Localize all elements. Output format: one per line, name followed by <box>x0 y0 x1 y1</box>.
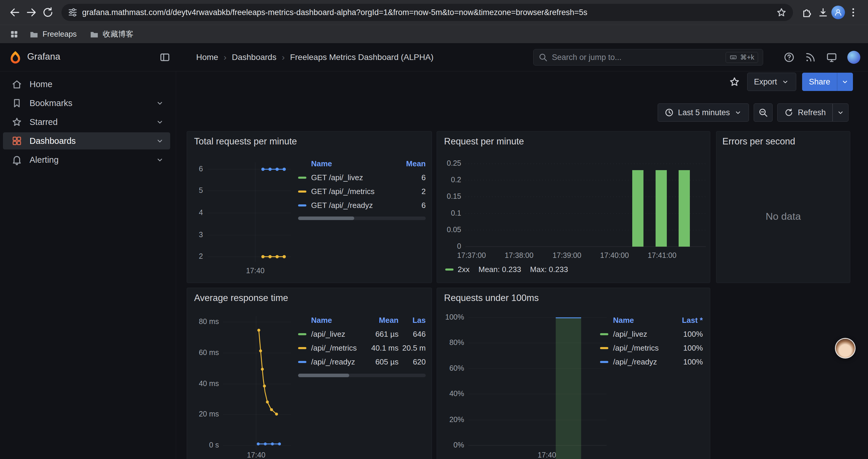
sidebar-item-bookmarks[interactable]: Bookmarks <box>3 95 170 112</box>
y-axis-tick: 0.1 <box>451 209 461 217</box>
legend-header-name[interactable]: Name <box>311 316 357 325</box>
sidebar-item-home[interactable]: Home <box>3 76 170 93</box>
y-axis-tick: 60 ms <box>199 348 219 357</box>
bar-100-percent[interactable] <box>556 318 581 459</box>
export-button[interactable]: Export <box>747 73 796 91</box>
keyboard-shortcut-badge: ⌘+k <box>725 52 758 63</box>
omnibox[interactable]: grafana.mathmast.com/d/deytv4rwavabkb/fr… <box>61 4 793 21</box>
y-axis-tick: 0% <box>454 441 464 449</box>
breadcrumb-current[interactable]: Freeleaps Metrics Dashboard (ALPHA) <box>290 53 434 62</box>
series-name[interactable]: /api/_livez <box>311 330 357 339</box>
panel-title[interactable]: Total requests per minute <box>194 136 297 147</box>
search-icon <box>538 53 548 62</box>
legend-series-2xx[interactable]: 2xx <box>445 265 469 274</box>
help-icon[interactable] <box>783 52 795 63</box>
bookmark-star-icon[interactable] <box>776 7 787 18</box>
share-dropdown-button[interactable] <box>837 73 853 91</box>
panel-title[interactable]: Errors per second <box>722 136 795 147</box>
legend-row[interactable]: /api/_livez 100% <box>600 327 703 341</box>
series-name[interactable]: /api/_/readyz <box>613 357 670 366</box>
bar-2xx[interactable] <box>656 170 667 247</box>
legend-row[interactable]: GET /api/_/readyz 6 <box>298 198 426 212</box>
zoom-out-button[interactable] <box>754 103 773 122</box>
browser-profile-button[interactable] <box>831 6 845 19</box>
panel-title[interactable]: Average response time <box>194 293 288 303</box>
legend-header-last[interactable]: Last * <box>670 316 703 325</box>
favorite-dashboard-button[interactable] <box>728 75 741 89</box>
scrollbar-thumb[interactable] <box>298 217 354 220</box>
downloads-button[interactable] <box>815 4 831 21</box>
share-split-button: Share <box>802 73 853 91</box>
time-range-picker[interactable]: Last 5 minutes <box>658 103 749 122</box>
site-info-tune-icon[interactable] <box>67 7 78 18</box>
legend-header-name[interactable]: Name <box>613 316 670 325</box>
x-axis-tick: 17:40:00 <box>600 251 629 259</box>
panel-avg-response-time: Average response time 80 ms 60 ms 40 ms … <box>187 288 432 459</box>
legend-row[interactable]: /api/_/readyz 100% <box>600 355 703 369</box>
refresh-interval-dropdown[interactable] <box>833 103 848 122</box>
legend-header-mean[interactable]: Mean <box>357 316 399 325</box>
breadcrumb-dashboards[interactable]: Dashboards <box>232 53 277 62</box>
legend-scrollbar[interactable] <box>298 217 426 220</box>
magnifier-minus-icon <box>758 107 768 118</box>
bookmark-folder-blogs[interactable]: 收藏博客 <box>85 27 138 41</box>
chevron-down-icon[interactable] <box>155 118 164 126</box>
legend-header-name[interactable]: Name <box>311 159 399 168</box>
series-name[interactable]: /api/_/metrics <box>613 343 670 353</box>
x-axis-tick: 17:41:00 <box>648 251 676 259</box>
bar-2xx[interactable] <box>679 170 690 247</box>
forward-button[interactable] <box>23 4 39 21</box>
brand-text[interactable]: Grafana <box>27 52 60 62</box>
search-box[interactable]: ⌘+k <box>533 49 763 66</box>
chevron-down-icon[interactable] <box>155 99 164 107</box>
series-swatch-yellow <box>298 191 306 193</box>
chevron-down-icon[interactable] <box>155 136 164 145</box>
search-input[interactable] <box>552 53 721 62</box>
floating-assistant-avatar[interactable] <box>835 338 856 359</box>
series-name[interactable]: /api/_livez <box>613 330 670 339</box>
breadcrumb-home[interactable]: Home <box>196 53 218 62</box>
legend-row[interactable]: /api/_/metrics 40.1 ms 20.5 m <box>298 341 426 355</box>
legend-header-last[interactable]: Las <box>399 316 426 325</box>
url-text[interactable]: grafana.mathmast.com/d/deytv4rwavabkb/fr… <box>82 8 776 17</box>
series-name[interactable]: GET /api/_livez <box>311 173 399 182</box>
refresh-button[interactable]: Refresh <box>777 103 833 122</box>
legend-row[interactable]: GET /api/_/metrics 2 <box>298 185 426 198</box>
scrollbar-thumb[interactable] <box>298 374 349 377</box>
legend-row[interactable]: /api/_/readyz 605 µs 620 <box>298 355 426 369</box>
monitor-icon[interactable] <box>826 52 837 63</box>
sidebar-item-starred[interactable]: Starred <box>3 113 170 131</box>
sidebar-item-dashboards[interactable]: Dashboards <box>3 132 170 150</box>
legend-row[interactable]: /api/_livez 661 µs 646 <box>298 327 426 341</box>
bookmark-folder-freeleaps[interactable]: Freeleaps <box>24 27 82 41</box>
y-axis-tick: 40% <box>450 389 464 398</box>
bar-2xx[interactable] <box>632 170 644 247</box>
apps-button[interactable] <box>7 27 21 41</box>
series-name[interactable]: /api/_/readyz <box>311 357 357 366</box>
avg-response-chart: 80 ms 60 ms 40 ms 20 ms 0 s 17:40 <box>189 309 293 459</box>
legend-row[interactable]: GET /api/_livez 6 <box>298 171 426 185</box>
panel-title[interactable]: Requests under 100ms <box>444 293 539 303</box>
y-axis-tick: 80% <box>450 338 464 347</box>
legend-scrollbar[interactable] <box>298 374 426 377</box>
home-icon <box>11 78 23 90</box>
legend-header-mean[interactable]: Mean <box>399 159 426 168</box>
sidebar-toggle-button[interactable] <box>158 51 172 64</box>
extensions-button[interactable] <box>798 4 815 21</box>
rss-icon[interactable] <box>805 52 816 63</box>
series-name[interactable]: GET /api/_/readyz <box>311 201 399 210</box>
series-name[interactable]: 2xx <box>458 265 469 274</box>
legend-row[interactable]: /api/_/metrics 100% <box>600 341 703 355</box>
panel-title[interactable]: Request per minute <box>444 136 524 147</box>
back-arrow-icon <box>9 6 21 18</box>
series-name[interactable]: /api/_/metrics <box>311 343 357 353</box>
sidebar-item-label: Home <box>30 79 164 89</box>
reload-button[interactable] <box>39 4 56 21</box>
back-button[interactable] <box>6 4 23 21</box>
chevron-down-icon[interactable] <box>155 155 164 164</box>
browser-menu-button[interactable] <box>845 4 862 21</box>
series-name[interactable]: GET /api/_/metrics <box>311 187 399 196</box>
share-button[interactable]: Share <box>802 73 837 91</box>
user-avatar[interactable] <box>847 51 860 64</box>
sidebar-item-alerting[interactable]: Alerting <box>3 151 170 168</box>
